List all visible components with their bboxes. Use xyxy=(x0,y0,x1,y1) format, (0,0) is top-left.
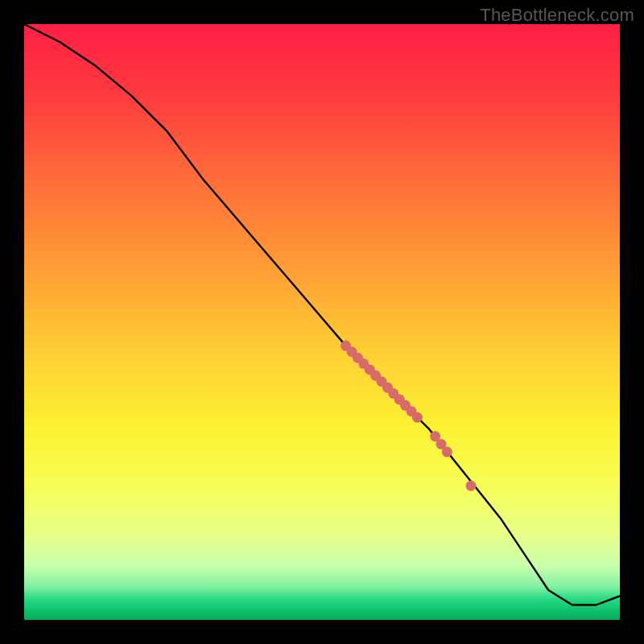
data-point xyxy=(466,481,477,491)
data-point xyxy=(442,447,452,457)
gradient-background xyxy=(24,24,620,620)
watermark-text: TheBottleneck.com xyxy=(480,5,634,26)
chart-frame: TheBottleneck.com xyxy=(0,0,644,644)
data-point xyxy=(412,412,423,423)
chart-plot xyxy=(24,24,620,620)
